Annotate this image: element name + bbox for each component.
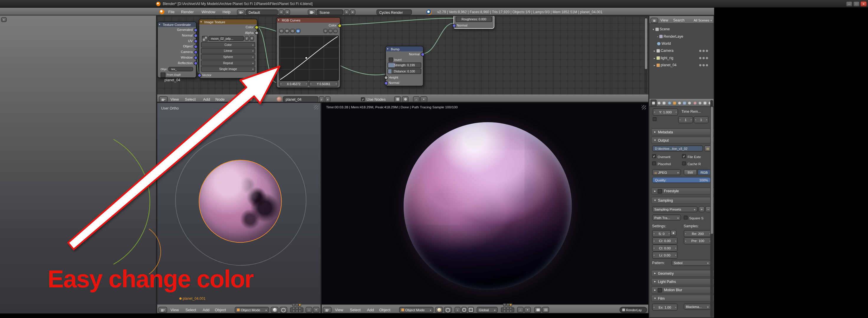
manipulator-rotate-toggle[interactable]	[461, 307, 467, 313]
shading-select[interactable]	[271, 307, 278, 313]
render-restrict-icon[interactable]	[706, 49, 708, 52]
pivot-select[interactable]	[280, 307, 287, 313]
curve-y-field[interactable]: Y 0.50361	[309, 81, 338, 87]
maximize-button[interactable]: □	[853, 1, 860, 7]
outliner-item-world[interactable]: World	[649, 40, 710, 46]
roughness-slider[interactable]: Roughness: 0.000	[456, 16, 492, 22]
editor-type-button[interactable]: ▦▾	[323, 307, 332, 313]
disclosure-icon[interactable]: ▾	[653, 27, 654, 31]
render-layer-pill[interactable]: RenderLay	[619, 307, 647, 313]
render-opengl-button[interactable]	[534, 307, 541, 313]
time-remap-old-field[interactable]: 1	[678, 116, 693, 123]
menu-window[interactable]: Window	[202, 8, 215, 16]
screen-layout-field[interactable]: Default	[246, 9, 278, 15]
menu-render[interactable]: Render	[181, 8, 194, 16]
node-rgb-curves[interactable]: RGB Curves Color C R G B + − ⋯ X 0.45272…	[276, 17, 341, 88]
fake-user-button[interactable]: F	[245, 36, 249, 41]
interpolation-select[interactable]: Linear	[201, 48, 255, 54]
eye-icon[interactable]	[699, 64, 702, 66]
node-image-texture[interactable]: Image Texture Color Alpha moon_02_pdp...…	[199, 19, 257, 79]
panel-freestyle[interactable]: ►Freestyle	[651, 187, 714, 195]
socket-icon[interactable]	[194, 50, 197, 54]
menu-add[interactable]: Add	[203, 305, 209, 313]
node-title[interactable]: Image Texture	[199, 20, 257, 25]
node-texture-coordinate[interactable]: Texture Coordinate Generated Normal UV O…	[157, 22, 196, 78]
orientation-select[interactable]: Global	[477, 307, 498, 313]
panel-motion-blur[interactable]: ►Motion Blur	[651, 286, 714, 293]
menu-add[interactable]: Add	[203, 95, 210, 102]
corner-widget[interactable]	[314, 105, 318, 110]
socket-icon[interactable]	[194, 61, 197, 65]
eye-icon[interactable]	[699, 49, 702, 52]
aspect-y-field[interactable]: Y: 1.000	[653, 108, 678, 115]
object-field[interactable]: tex_	[168, 67, 193, 71]
outliner-item-scene[interactable]: ▾ Scene	[649, 26, 710, 32]
overwrite-checkbox[interactable]: ✓	[652, 154, 656, 158]
auto-render-toggle[interactable]	[402, 96, 409, 102]
tab-material[interactable]	[692, 100, 697, 106]
preview-samples-field[interactable]: Pre: 100	[684, 237, 712, 244]
node-title[interactable]: RGB Curves	[277, 17, 340, 23]
tab-world[interactable]	[667, 100, 672, 106]
preset-add-button[interactable]: +	[699, 206, 705, 212]
outliner-item-planet-04[interactable]: ▸ planet_04	[649, 62, 710, 68]
square-samples-checkbox[interactable]	[684, 215, 687, 219]
integrator-select[interactable]: Path Tra...	[652, 215, 681, 221]
curve-zoom-out-button[interactable]: −	[328, 29, 333, 33]
material-unlink-button[interactable]: ✕	[325, 96, 331, 102]
mode-select[interactable]: Object Mode	[399, 307, 433, 313]
clamp-direct-field[interactable]: Cl: 0.00	[652, 237, 678, 244]
manipulator-scale-toggle[interactable]	[468, 307, 474, 313]
distance-slider[interactable]: Distance: 0.100	[388, 69, 421, 74]
socket-icon[interactable]	[197, 73, 202, 77]
file-format-select[interactable]: ▤JPEG	[652, 169, 681, 176]
node-shader-partial[interactable]: Roughness: 0.000 Normal	[454, 15, 494, 29]
layers-widget[interactable]	[290, 307, 303, 312]
tab-scene[interactable]	[662, 100, 666, 106]
socket-icon[interactable]	[194, 28, 197, 32]
scene-name-field[interactable]: Scene	[317, 9, 343, 15]
manipulator-translate-toggle[interactable]: +	[455, 307, 461, 313]
panel-metadata[interactable]: ►Metadata	[651, 129, 714, 135]
expand-toolshelf-button[interactable]: +	[1, 17, 7, 22]
panel-film[interactable]: ▼Film	[651, 295, 714, 302]
file-extensions-checkbox[interactable]: ✓	[682, 154, 686, 158]
select-icon[interactable]	[703, 57, 705, 59]
unlink-image-button[interactable]: ✕	[250, 36, 254, 41]
tab-texture[interactable]	[697, 100, 702, 106]
node-bump[interactable]: Bump Normal Invert Strength: 0.199 Dista…	[385, 46, 424, 86]
panel-output[interactable]: ▼Output	[651, 137, 714, 144]
editor-type-button[interactable]: ▦▾	[158, 307, 167, 313]
render-engine-select[interactable]: Cycles Render	[376, 9, 412, 15]
snap-mode-select[interactable]: ▾	[313, 307, 319, 313]
sampling-presets-select[interactable]: Sampling Presets	[652, 206, 698, 212]
corner-widget[interactable]	[642, 105, 646, 110]
layout-delete-button[interactable]: ✕	[284, 9, 290, 15]
render-opengl-anim-button[interactable]	[542, 307, 549, 313]
curve-widget[interactable]	[279, 35, 339, 81]
pattern-select[interactable]: Sobol	[672, 260, 711, 266]
socket-icon[interactable]	[194, 56, 197, 60]
mode-select[interactable]: Object Mode	[235, 307, 269, 313]
tab-constraints[interactable]	[677, 100, 682, 106]
scrollbar-thumb[interactable]	[711, 107, 713, 234]
invert-checkbox[interactable]	[389, 57, 393, 62]
disclosure-icon[interactable]: ▸	[654, 56, 655, 60]
layers-widget[interactable]	[501, 307, 514, 312]
tab-render[interactable]	[650, 99, 657, 106]
eye-icon[interactable]	[699, 57, 702, 59]
scene-icon-button[interactable]: ▾	[308, 9, 316, 15]
menu-view[interactable]: View	[170, 305, 179, 313]
menu-select[interactable]: Select	[185, 95, 196, 102]
minimize-button[interactable]: —	[846, 1, 852, 7]
projection-select[interactable]: Sphere	[201, 54, 255, 60]
panel-light-paths[interactable]: ►Light Paths	[651, 278, 714, 285]
pixel-filter-select[interactable]: Blackma...	[684, 304, 711, 310]
outliner-item-camera[interactable]: ▸ Camera	[649, 47, 710, 54]
channel-b-button[interactable]: B	[296, 29, 301, 33]
extension-select[interactable]: Repeat	[201, 60, 255, 66]
shader-world-toggle[interactable]	[255, 96, 261, 102]
seed-animate-button[interactable]: ◆	[671, 230, 677, 236]
use-nodes-checkbox[interactable]: ✓	[361, 97, 365, 101]
menu-file[interactable]: File	[168, 8, 175, 16]
